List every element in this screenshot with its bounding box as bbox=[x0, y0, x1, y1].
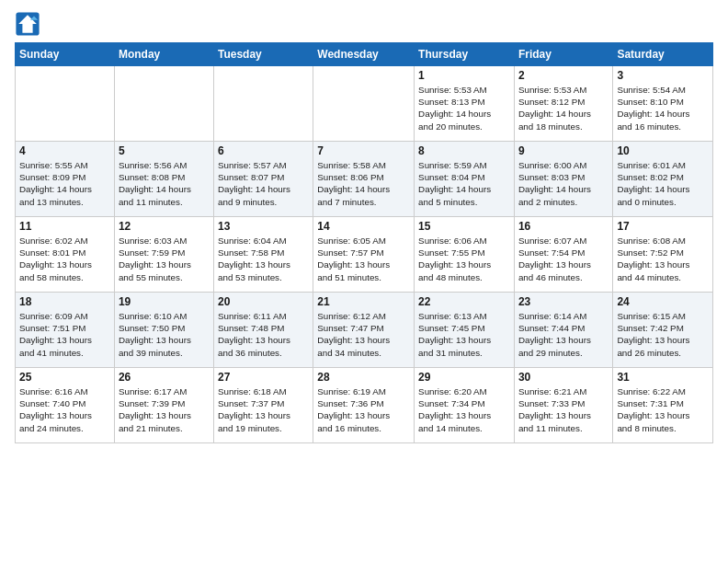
day-info: Sunrise: 5:53 AM Sunset: 8:12 PM Dayligh… bbox=[518, 84, 609, 132]
calendar-cell: 8Sunrise: 5:59 AM Sunset: 8:04 PM Daylig… bbox=[415, 142, 515, 217]
day-header-sunday: Sunday bbox=[16, 43, 115, 66]
day-header-wednesday: Wednesday bbox=[313, 43, 415, 66]
day-number: 8 bbox=[418, 144, 510, 157]
day-number: 20 bbox=[218, 295, 309, 308]
day-info: Sunrise: 5:59 AM Sunset: 8:04 PM Dayligh… bbox=[418, 159, 510, 208]
header bbox=[15, 11, 713, 37]
calendar-cell: 10Sunrise: 6:01 AM Sunset: 8:02 PM Dayli… bbox=[613, 142, 713, 217]
day-number: 4 bbox=[19, 144, 110, 157]
day-info: Sunrise: 6:14 AM Sunset: 7:44 PM Dayligh… bbox=[518, 310, 609, 359]
calendar-cell: 18Sunrise: 6:09 AM Sunset: 7:51 PM Dayli… bbox=[16, 293, 115, 368]
page: SundayMondayTuesdayWednesdayThursdayFrid… bbox=[0, 0, 728, 563]
day-info: Sunrise: 5:53 AM Sunset: 8:13 PM Dayligh… bbox=[418, 84, 510, 132]
day-number: 15 bbox=[418, 220, 510, 233]
day-number: 18 bbox=[19, 295, 110, 308]
calendar-cell: 12Sunrise: 6:03 AM Sunset: 7:59 PM Dayli… bbox=[114, 217, 213, 293]
day-info: Sunrise: 5:55 AM Sunset: 8:09 PM Dayligh… bbox=[19, 159, 110, 208]
day-number: 22 bbox=[418, 295, 510, 308]
day-number: 29 bbox=[418, 371, 510, 384]
day-info: Sunrise: 6:05 AM Sunset: 7:57 PM Dayligh… bbox=[317, 235, 410, 283]
calendar-cell: 11Sunrise: 6:02 AM Sunset: 8:01 PM Dayli… bbox=[16, 217, 115, 293]
day-number: 11 bbox=[19, 220, 110, 233]
day-header-monday: Monday bbox=[114, 43, 213, 66]
calendar-cell: 24Sunrise: 6:15 AM Sunset: 7:42 PM Dayli… bbox=[613, 293, 713, 368]
day-number: 7 bbox=[317, 144, 410, 157]
calendar-cell: 4Sunrise: 5:55 AM Sunset: 8:09 PM Daylig… bbox=[16, 142, 115, 217]
calendar-cell: 27Sunrise: 6:18 AM Sunset: 7:37 PM Dayli… bbox=[213, 368, 313, 443]
day-info: Sunrise: 6:00 AM Sunset: 8:03 PM Dayligh… bbox=[518, 159, 609, 208]
day-number: 19 bbox=[119, 295, 210, 308]
day-info: Sunrise: 6:06 AM Sunset: 7:55 PM Dayligh… bbox=[418, 235, 510, 283]
day-info: Sunrise: 5:57 AM Sunset: 8:07 PM Dayligh… bbox=[218, 159, 309, 208]
calendar-cell bbox=[213, 66, 313, 142]
day-info: Sunrise: 6:16 AM Sunset: 7:40 PM Dayligh… bbox=[19, 385, 110, 434]
day-number: 6 bbox=[218, 144, 309, 157]
day-number: 1 bbox=[418, 69, 510, 82]
calendar-cell: 21Sunrise: 6:12 AM Sunset: 7:47 PM Dayli… bbox=[313, 293, 415, 368]
week-row-2: 4Sunrise: 5:55 AM Sunset: 8:09 PM Daylig… bbox=[16, 142, 713, 217]
day-info: Sunrise: 6:02 AM Sunset: 8:01 PM Dayligh… bbox=[19, 235, 110, 283]
calendar-cell: 3Sunrise: 5:54 AM Sunset: 8:10 PM Daylig… bbox=[613, 66, 713, 142]
calendar-cell: 17Sunrise: 6:08 AM Sunset: 7:52 PM Dayli… bbox=[613, 217, 713, 293]
calendar-cell: 2Sunrise: 5:53 AM Sunset: 8:12 PM Daylig… bbox=[514, 66, 612, 142]
day-number: 9 bbox=[518, 144, 609, 157]
day-info: Sunrise: 6:22 AM Sunset: 7:31 PM Dayligh… bbox=[617, 385, 709, 434]
day-number: 31 bbox=[617, 371, 709, 384]
day-info: Sunrise: 6:19 AM Sunset: 7:36 PM Dayligh… bbox=[317, 385, 410, 434]
calendar-cell: 28Sunrise: 6:19 AM Sunset: 7:36 PM Dayli… bbox=[313, 368, 415, 443]
day-info: Sunrise: 5:58 AM Sunset: 8:06 PM Dayligh… bbox=[317, 159, 410, 208]
calendar-cell: 9Sunrise: 6:00 AM Sunset: 8:03 PM Daylig… bbox=[514, 142, 612, 217]
day-number: 14 bbox=[317, 220, 410, 233]
calendar-cell: 5Sunrise: 5:56 AM Sunset: 8:08 PM Daylig… bbox=[114, 142, 213, 217]
calendar-header: SundayMondayTuesdayWednesdayThursdayFrid… bbox=[16, 43, 713, 66]
day-info: Sunrise: 6:17 AM Sunset: 7:39 PM Dayligh… bbox=[119, 385, 210, 434]
day-info: Sunrise: 5:54 AM Sunset: 8:10 PM Dayligh… bbox=[617, 84, 709, 132]
week-row-1: 1Sunrise: 5:53 AM Sunset: 8:13 PM Daylig… bbox=[16, 66, 713, 142]
calendar-body: 1Sunrise: 5:53 AM Sunset: 8:13 PM Daylig… bbox=[16, 66, 713, 443]
day-number: 24 bbox=[617, 295, 709, 308]
day-number: 26 bbox=[119, 371, 210, 384]
calendar-cell: 25Sunrise: 6:16 AM Sunset: 7:40 PM Dayli… bbox=[16, 368, 115, 443]
calendar-cell: 7Sunrise: 5:58 AM Sunset: 8:06 PM Daylig… bbox=[313, 142, 415, 217]
day-header-thursday: Thursday bbox=[415, 43, 515, 66]
day-info: Sunrise: 6:08 AM Sunset: 7:52 PM Dayligh… bbox=[617, 235, 709, 283]
calendar-cell bbox=[114, 66, 213, 142]
logo bbox=[15, 11, 42, 37]
day-number: 10 bbox=[617, 144, 709, 157]
day-number: 3 bbox=[617, 69, 709, 82]
day-number: 17 bbox=[617, 220, 709, 233]
calendar-cell: 13Sunrise: 6:04 AM Sunset: 7:58 PM Dayli… bbox=[213, 217, 313, 293]
calendar-cell bbox=[313, 66, 415, 142]
calendar-cell: 1Sunrise: 5:53 AM Sunset: 8:13 PM Daylig… bbox=[415, 66, 515, 142]
day-info: Sunrise: 6:15 AM Sunset: 7:42 PM Dayligh… bbox=[617, 310, 709, 359]
week-row-5: 25Sunrise: 6:16 AM Sunset: 7:40 PM Dayli… bbox=[16, 368, 713, 443]
day-number: 5 bbox=[119, 144, 210, 157]
day-info: Sunrise: 6:01 AM Sunset: 8:02 PM Dayligh… bbox=[617, 159, 709, 208]
calendar-cell: 30Sunrise: 6:21 AM Sunset: 7:33 PM Dayli… bbox=[514, 368, 612, 443]
day-info: Sunrise: 6:21 AM Sunset: 7:33 PM Dayligh… bbox=[518, 385, 609, 434]
calendar-cell: 26Sunrise: 6:17 AM Sunset: 7:39 PM Dayli… bbox=[114, 368, 213, 443]
day-number: 13 bbox=[218, 220, 309, 233]
day-header-saturday: Saturday bbox=[613, 43, 713, 66]
calendar-cell bbox=[16, 66, 115, 142]
calendar-cell: 6Sunrise: 5:57 AM Sunset: 8:07 PM Daylig… bbox=[213, 142, 313, 217]
day-number: 21 bbox=[317, 295, 410, 308]
week-row-4: 18Sunrise: 6:09 AM Sunset: 7:51 PM Dayli… bbox=[16, 293, 713, 368]
days-header-row: SundayMondayTuesdayWednesdayThursdayFrid… bbox=[16, 43, 713, 66]
week-row-3: 11Sunrise: 6:02 AM Sunset: 8:01 PM Dayli… bbox=[16, 217, 713, 293]
calendar-cell: 22Sunrise: 6:13 AM Sunset: 7:45 PM Dayli… bbox=[415, 293, 515, 368]
calendar-cell: 19Sunrise: 6:10 AM Sunset: 7:50 PM Dayli… bbox=[114, 293, 213, 368]
calendar-cell: 14Sunrise: 6:05 AM Sunset: 7:57 PM Dayli… bbox=[313, 217, 415, 293]
day-number: 27 bbox=[218, 371, 309, 384]
calendar-cell: 20Sunrise: 6:11 AM Sunset: 7:48 PM Dayli… bbox=[213, 293, 313, 368]
day-info: Sunrise: 6:10 AM Sunset: 7:50 PM Dayligh… bbox=[119, 310, 210, 359]
day-info: Sunrise: 5:56 AM Sunset: 8:08 PM Dayligh… bbox=[119, 159, 210, 208]
day-number: 30 bbox=[518, 371, 609, 384]
day-number: 12 bbox=[119, 220, 210, 233]
day-header-friday: Friday bbox=[514, 43, 612, 66]
day-info: Sunrise: 6:13 AM Sunset: 7:45 PM Dayligh… bbox=[418, 310, 510, 359]
day-info: Sunrise: 6:07 AM Sunset: 7:54 PM Dayligh… bbox=[518, 235, 609, 283]
day-info: Sunrise: 6:20 AM Sunset: 7:34 PM Dayligh… bbox=[418, 385, 510, 434]
day-number: 28 bbox=[317, 371, 410, 384]
calendar-table: SundayMondayTuesdayWednesdayThursdayFrid… bbox=[15, 42, 713, 443]
